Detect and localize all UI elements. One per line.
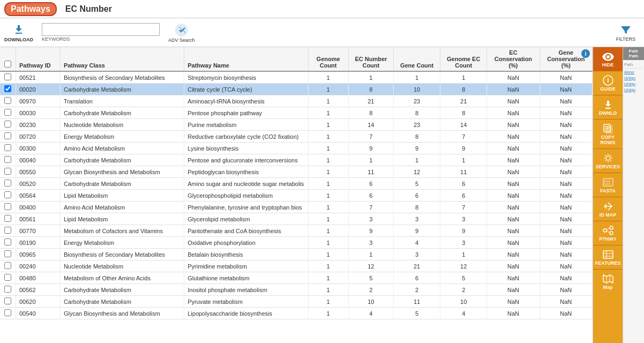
cell-genome-ec-count: 8 xyxy=(440,107,487,119)
row-checkbox[interactable] xyxy=(4,250,11,257)
cell-genome-ec-count: 21 xyxy=(440,95,487,107)
cell-pathway-id: 00540 xyxy=(16,308,60,319)
cell-ec-conservation: NaN xyxy=(487,284,540,296)
gene-conservation-info-icon[interactable]: i xyxy=(581,49,590,58)
row-checkbox[interactable] xyxy=(4,227,11,234)
cell-genome-ec-count: 2 xyxy=(440,284,487,296)
table-row: 00230 Nucleotide Metabolism Purine metab… xyxy=(0,119,593,131)
row-checkbox[interactable] xyxy=(4,297,11,304)
uniqu-link-2[interactable]: Uniqu xyxy=(624,81,643,86)
col-header-gene-conservation[interactable]: GeneConservation(%) i xyxy=(540,47,592,71)
col-header-pathway-class[interactable]: Pathway Class xyxy=(60,47,184,71)
row-checkbox[interactable] xyxy=(4,191,11,198)
row-checkbox[interactable] xyxy=(4,309,11,316)
keywords-input[interactable] xyxy=(42,23,160,36)
row-checkbox[interactable] xyxy=(4,180,11,187)
col-header-ec-count[interactable]: EC NumberCount xyxy=(348,47,393,71)
cell-pathway-id: 00970 xyxy=(16,95,60,107)
cell-pathway-name: Pantothenate and CoA biosynthesis xyxy=(184,225,308,237)
row-checkbox[interactable] xyxy=(4,85,11,92)
pathways-table: Pathway ID Pathway Class Pathway Name Ge… xyxy=(0,47,593,319)
guide-button[interactable]: i GUIDE xyxy=(593,71,623,95)
cell-ec-count: 8 xyxy=(348,84,393,95)
cell-ec-count: 3 xyxy=(348,237,393,249)
download-button[interactable]: DOWNLOAD xyxy=(4,23,33,42)
pthwy-button[interactable]: PTHWY xyxy=(593,221,623,245)
row-checkbox[interactable] xyxy=(4,144,11,151)
cell-genome-ec-count: 10 xyxy=(440,296,487,308)
cell-genome-count: 1 xyxy=(308,84,348,95)
row-checkbox[interactable] xyxy=(4,168,11,175)
cell-gene-conservation: NaN xyxy=(540,107,592,119)
table-row: 00720 Energy Metabolism Reductive carbox… xyxy=(0,131,593,143)
filters-button[interactable]: FILTERS xyxy=(616,24,635,42)
row-checkbox[interactable] xyxy=(4,262,11,269)
cell-ec-conservation: NaN xyxy=(487,202,540,213)
cell-genome-ec-count: 11 xyxy=(440,166,487,178)
cell-pathway-class: Biosynthesis of Secondary Metabolites xyxy=(60,249,184,260)
row-checkbox[interactable] xyxy=(4,156,11,163)
row-checkbox[interactable] xyxy=(4,203,11,210)
select-all-checkbox[interactable] xyxy=(4,61,11,68)
row-checkbox[interactable] xyxy=(4,109,11,116)
cell-pathway-class: Translation xyxy=(60,95,184,107)
uniqu-link-1[interactable]: Uniqu xyxy=(624,76,643,80)
cell-pathway-id: 00480 xyxy=(16,272,60,284)
row-checkbox[interactable] xyxy=(4,73,11,80)
copy-rows-button[interactable]: COPY ROWS xyxy=(593,120,623,149)
keywords-area: KEYWORDS xyxy=(42,23,160,42)
cell-pathway-name: Inositol phosphate metabolism xyxy=(184,284,308,296)
cell-genome-count: 1 xyxy=(308,154,348,166)
col-header-ec-conservation[interactable]: ECConservation(%) xyxy=(487,47,540,71)
data-table-area[interactable]: Pathway ID Pathway Class Pathway Name Ge… xyxy=(0,47,593,343)
cell-gene-count: 21 xyxy=(394,260,440,272)
cell-pathway-name: Citrate cycle (TCA cycle) xyxy=(184,84,308,95)
id-map-button[interactable]: ID MAP xyxy=(593,197,623,221)
cell-pathway-name: Glycerophospholipid metabolism xyxy=(184,190,308,202)
row-checkbox[interactable] xyxy=(4,286,11,293)
cell-pathway-id: 00550 xyxy=(16,166,60,178)
row-checkbox[interactable] xyxy=(4,215,11,222)
row-checkbox[interactable] xyxy=(4,274,11,281)
row-checkbox-cell xyxy=(0,202,16,213)
adv-search-button[interactable]: ADV Search xyxy=(168,23,195,43)
cell-gene-conservation: NaN xyxy=(540,260,592,272)
cell-ec-count: 11 xyxy=(348,166,393,178)
row-checkbox[interactable] xyxy=(4,132,11,139)
cell-pathway-id: 00040 xyxy=(16,154,60,166)
cell-gene-count: 8 xyxy=(394,131,440,143)
col-header-gene-count[interactable]: Gene Count xyxy=(394,47,440,71)
row-checkbox[interactable] xyxy=(4,238,11,245)
cell-genome-count: 1 xyxy=(308,71,348,84)
cell-pathway-id: 00562 xyxy=(16,284,60,296)
cell-pathway-name: Peptidoglycan biosynthesis xyxy=(184,166,308,178)
cell-ec-count: 10 xyxy=(348,296,393,308)
table-row: 00521 Biosynthesis of Secondary Metaboli… xyxy=(0,71,593,84)
cell-pathway-class: Carbohydrate Metabolism xyxy=(60,284,184,296)
table-row: 00030 Carbohydrate Metabolism Pentose ph… xyxy=(0,107,593,119)
cell-genome-ec-count: 9 xyxy=(440,143,487,154)
path-path-header2: Path xyxy=(624,54,643,58)
row-checkbox[interactable] xyxy=(4,121,11,128)
cell-pathway-class: Carbohydrate Metabolism xyxy=(60,178,184,190)
cell-ec-count: 1 xyxy=(348,154,393,166)
row-checkbox-cell xyxy=(0,71,16,84)
row-checkbox-cell xyxy=(0,178,16,190)
col-header-genome-count[interactable]: GenomeCount xyxy=(308,47,348,71)
id-map-label: ID MAP xyxy=(600,212,617,218)
col-header-pathway-id[interactable]: Pathway ID xyxy=(16,47,60,71)
cell-ec-conservation: NaN xyxy=(487,213,540,225)
app-title: Pathways xyxy=(4,2,57,16)
col-header-genome-ec-count[interactable]: Genome ECCount xyxy=(440,47,487,71)
fasta-button[interactable]: ATCG CGTA FASTA xyxy=(593,173,623,197)
services-button[interactable]: SERVICES xyxy=(593,149,623,173)
dwnld-button[interactable]: DWNLD xyxy=(593,95,623,120)
uniqu-link-3[interactable]: Uniqu xyxy=(624,87,643,92)
row-checkbox[interactable] xyxy=(4,97,11,104)
features-button[interactable]: FEATURES xyxy=(593,245,623,270)
col-header-pathway-name[interactable]: Pathway Name xyxy=(184,47,308,71)
map-button[interactable]: Map xyxy=(593,270,623,293)
table-row: 00550 Glycan Biosynthesis and Metabolism… xyxy=(0,166,593,178)
hide-button[interactable]: HIDE xyxy=(593,47,623,71)
anno-link[interactable]: Anno xyxy=(624,70,643,74)
